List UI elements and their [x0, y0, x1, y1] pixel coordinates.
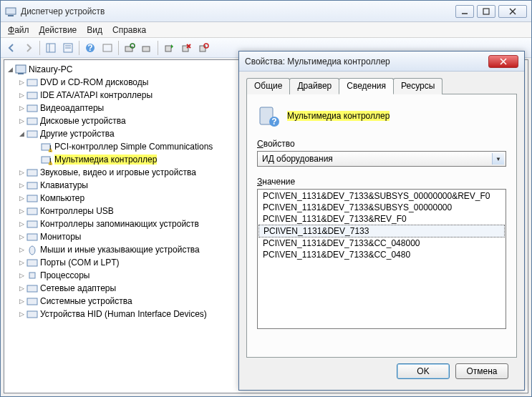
svg-rect-23	[16, 65, 26, 73]
svg-rect-38	[27, 195, 37, 202]
tabstrip: Общие Драйвер Сведения Ресурсы	[246, 77, 517, 94]
svg-rect-28	[27, 118, 37, 124]
property-label: Свойство	[257, 139, 506, 149]
back-button[interactable]	[4, 40, 19, 56]
video-icon	[26, 102, 38, 114]
mouse-icon	[26, 244, 38, 255]
minimize-button[interactable]	[455, 5, 474, 18]
svg-text:!: !	[49, 157, 52, 165]
menu-view[interactable]: Вид	[87, 25, 102, 35]
menu-file[interactable]: Файл	[8, 25, 29, 35]
disk-icon	[26, 115, 38, 127]
disable-icon[interactable]	[195, 40, 211, 56]
list-item[interactable]: PCI\VEN_1131&DEV_7133	[258, 225, 505, 237]
toolbar-icon-8[interactable]	[139, 40, 155, 56]
warning-icon: !	[41, 154, 52, 165]
menu-help[interactable]: Справка	[112, 25, 146, 35]
svg-rect-37	[27, 182, 37, 189]
properties-dialog: Свойства: Мультимедиа контроллер Общие Д…	[238, 51, 525, 391]
svg-text:?: ?	[87, 43, 92, 53]
svg-text:?: ?	[271, 117, 276, 127]
dialog-titlebar[interactable]: Свойства: Мультимедиа контроллер	[239, 52, 524, 72]
svg-rect-26	[27, 92, 37, 99]
warning-icon: !	[41, 141, 52, 152]
computer-icon	[15, 64, 26, 75]
values-listbox[interactable]: PCI\VEN_1131&DEV_7133&SUBSYS_00000000&RE…	[257, 189, 506, 329]
svg-rect-0	[6, 8, 16, 14]
list-item[interactable]: PCI\VEN_1131&DEV_7133&SUBSYS_00000000	[258, 202, 505, 213]
sound-icon	[26, 167, 38, 178]
port-icon	[26, 257, 38, 268]
svg-rect-24	[18, 73, 24, 74]
device-icon: ?	[257, 104, 280, 127]
main-title: Диспетчер устройств	[21, 6, 455, 16]
svg-rect-25	[27, 79, 37, 86]
storage-icon	[26, 218, 38, 230]
show-hide-tree-button[interactable]	[43, 40, 59, 56]
dialog-close-button[interactable]	[488, 55, 518, 68]
tab-general[interactable]: Общие	[246, 78, 290, 94]
list-item[interactable]: PCI\VEN_1131&DEV_7133&CC_0480	[258, 249, 505, 260]
svg-rect-45	[27, 285, 37, 292]
svg-rect-3	[483, 9, 489, 14]
keyboard-icon	[26, 180, 38, 191]
svg-rect-43	[27, 260, 37, 266]
menu-action[interactable]: Действие	[39, 25, 77, 35]
svg-rect-40	[27, 221, 37, 227]
toolbar-icon-6[interactable]	[100, 40, 115, 56]
svg-rect-36	[27, 170, 37, 176]
svg-rect-16	[142, 46, 150, 52]
cpu-icon	[26, 270, 38, 281]
ide-icon	[26, 89, 38, 101]
system-icon	[26, 295, 38, 307]
svg-rect-44	[29, 273, 35, 278]
svg-rect-41	[27, 234, 37, 240]
svg-rect-1	[8, 15, 14, 16]
tab-driver[interactable]: Драйвер	[289, 78, 339, 94]
device-name: Мультимедиа контроллер	[287, 111, 390, 121]
close-button[interactable]	[498, 5, 527, 18]
app-icon	[5, 6, 16, 17]
computer-icon	[26, 192, 38, 204]
dialog-title: Свойства: Мультимедиа контроллер	[245, 57, 488, 67]
svg-rect-29	[27, 131, 37, 137]
list-item[interactable]: PCI\VEN_1131&DEV_7133&REV_F0	[258, 213, 505, 225]
svg-rect-6	[47, 44, 55, 52]
svg-rect-46	[27, 298, 37, 305]
tab-details[interactable]: Сведения	[339, 78, 394, 94]
tab-resources[interactable]: Ресурсы	[393, 78, 442, 94]
property-value: ИД оборудования	[262, 154, 333, 164]
list-item[interactable]: PCI\VEN_1131&DEV_7133&CC_048000	[258, 237, 505, 249]
monitor-icon	[26, 231, 38, 242]
list-item[interactable]: PCI\VEN_1131&DEV_7133&SUBSYS_00000000&RE…	[258, 190, 505, 202]
hid-icon	[26, 308, 38, 320]
menubar: Файл Действие Вид Справка	[1, 22, 531, 38]
svg-rect-17	[165, 46, 171, 52]
ok-button[interactable]: OK	[397, 363, 450, 379]
usb-icon	[26, 205, 38, 217]
scan-hardware-icon[interactable]	[122, 40, 137, 56]
uninstall-icon[interactable]	[178, 40, 194, 56]
properties-icon[interactable]	[60, 40, 76, 56]
svg-point-42	[29, 246, 35, 255]
property-combo[interactable]: ИД оборудования ▼	[257, 151, 506, 167]
svg-rect-39	[27, 208, 37, 215]
main-titlebar[interactable]: Диспетчер устройств	[1, 1, 531, 22]
maximize-button[interactable]	[477, 5, 495, 18]
svg-rect-47	[27, 311, 37, 318]
cancel-button[interactable]: Отмена	[455, 363, 508, 379]
svg-text:!: !	[49, 144, 52, 152]
svg-rect-13	[103, 44, 112, 52]
details-panel: ? Мультимедиа контроллер Свойство ИД обо…	[246, 94, 517, 358]
svg-rect-27	[27, 105, 37, 112]
chevron-down-icon: ▼	[492, 153, 504, 165]
net-icon	[26, 283, 38, 294]
disc-icon	[26, 77, 38, 88]
update-driver-icon[interactable]	[161, 40, 177, 56]
other-icon	[26, 128, 38, 139]
help-icon[interactable]: ?	[82, 40, 98, 56]
value-label: Значение	[257, 177, 506, 187]
forward-button[interactable]	[21, 40, 37, 56]
